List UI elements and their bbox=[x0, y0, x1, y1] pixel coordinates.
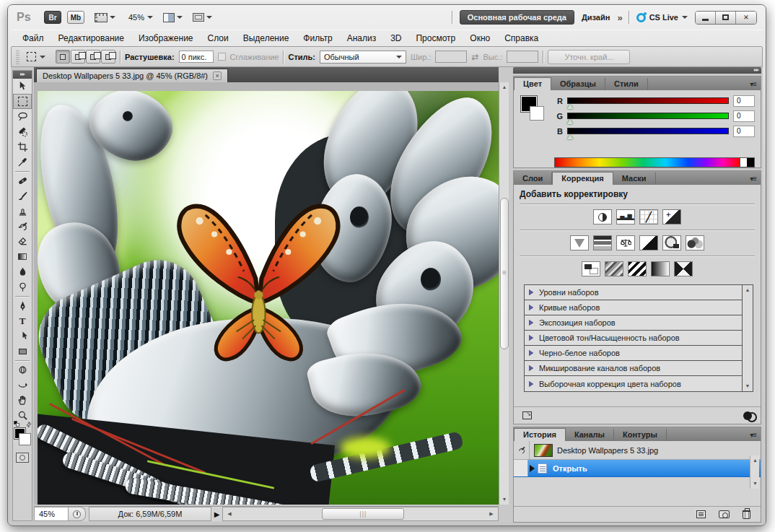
scroll-right-icon[interactable]: ▶ bbox=[486, 509, 496, 519]
close-document-icon[interactable]: × bbox=[213, 71, 222, 80]
rectangular-marquee-tool[interactable] bbox=[13, 94, 32, 109]
tab-adjustments[interactable]: Коррекция bbox=[552, 172, 613, 185]
menu-view[interactable]: Просмотр bbox=[408, 30, 463, 46]
menu-layers[interactable]: Слои bbox=[201, 30, 236, 46]
brush-tool[interactable] bbox=[13, 188, 32, 204]
color-spectrum-bar[interactable] bbox=[554, 157, 755, 167]
black-white-icon[interactable] bbox=[639, 235, 658, 250]
workspace-overflow-chevrons[interactable]: » bbox=[617, 12, 621, 23]
tab-paths[interactable]: Контуры bbox=[614, 429, 667, 441]
hand-tool[interactable] bbox=[13, 393, 32, 408]
history-state-row-open[interactable]: Открыть bbox=[514, 460, 761, 477]
subtract-from-selection-button[interactable] bbox=[86, 50, 100, 64]
presets-scrollbar[interactable]: ▲ ▼ bbox=[743, 284, 753, 392]
preset-exposure[interactable]: Экспозиция наборов bbox=[525, 315, 742, 331]
invert-icon[interactable] bbox=[582, 261, 600, 276]
document-tab[interactable]: Desktop Wallpapers 5 33.jpg @ 45% (RGB/8… bbox=[36, 69, 228, 82]
dodge-tool[interactable] bbox=[13, 279, 32, 295]
history-snapshot-row[interactable]: Desktop Wallpapers 5 33.jpg bbox=[514, 441, 761, 460]
panel-menu-icon[interactable]: ▾≡ bbox=[745, 78, 761, 90]
menu-analysis[interactable]: Анализ bbox=[340, 30, 384, 46]
brightness-contrast-icon[interactable] bbox=[593, 209, 612, 224]
scroll-down-icon[interactable]: ▼ bbox=[750, 479, 760, 489]
scroll-up-icon[interactable]: ▲ bbox=[750, 455, 760, 466]
preset-hue-saturation[interactable]: Цветовой тон/Насыщенность наборов bbox=[525, 331, 742, 346]
preset-channel-mixer[interactable]: Микширование каналов наборов bbox=[525, 361, 742, 376]
green-slider-handle[interactable] bbox=[567, 119, 573, 124]
zoom-level-dropdown[interactable]: 45% bbox=[128, 13, 153, 22]
selective-color-icon[interactable] bbox=[674, 261, 693, 276]
preset-levels[interactable]: Уровни наборов bbox=[525, 285, 742, 300]
style-select[interactable]: Обычный bbox=[320, 51, 406, 64]
blue-slider[interactable] bbox=[567, 128, 729, 134]
blur-tool[interactable] bbox=[13, 264, 32, 279]
collapse-dock-icon[interactable]: ▸▸ bbox=[513, 67, 761, 74]
tool-preset-picker[interactable] bbox=[24, 51, 48, 63]
menu-3d[interactable]: 3D bbox=[383, 30, 408, 46]
history-scrollbar[interactable]: ▲ ▼ bbox=[750, 455, 759, 489]
minimize-button[interactable] bbox=[696, 12, 716, 24]
expand-icon[interactable] bbox=[529, 305, 533, 310]
height-input[interactable] bbox=[507, 51, 538, 63]
history-state-slider-cell[interactable] bbox=[514, 460, 528, 476]
lasso-tool[interactable] bbox=[13, 109, 32, 124]
workspace-button-design[interactable]: Дизайн bbox=[582, 13, 610, 22]
eyedropper-tool[interactable] bbox=[13, 154, 32, 170]
launch-mini-bridge-button[interactable]: Mb bbox=[67, 11, 84, 24]
preset-curves[interactable]: Кривые наборов bbox=[525, 300, 742, 315]
crop-tool[interactable] bbox=[13, 139, 32, 154]
timing-button[interactable] bbox=[69, 507, 86, 521]
channel-mixer-icon[interactable] bbox=[686, 235, 704, 250]
color-balance-icon[interactable] bbox=[616, 235, 635, 250]
swap-colors-icon[interactable]: ⇄ bbox=[25, 420, 33, 429]
vertical-scroll-thumb[interactable] bbox=[500, 198, 509, 349]
scroll-down-icon[interactable]: ▼ bbox=[743, 381, 753, 391]
panel-menu-icon[interactable]: ▾≡ bbox=[745, 429, 761, 441]
red-slider-handle[interactable] bbox=[567, 104, 573, 109]
posterize-icon[interactable] bbox=[605, 261, 623, 276]
preset-selective-color[interactable]: Выборочная коррекция цвета наборов bbox=[525, 376, 742, 391]
tab-color[interactable]: Цвет bbox=[514, 77, 551, 90]
launch-bridge-button[interactable]: Br bbox=[44, 11, 61, 24]
scroll-down-icon[interactable]: ▼ bbox=[499, 494, 509, 505]
collapse-tools-panel-icon[interactable]: ▸▸ bbox=[13, 71, 32, 79]
close-button[interactable]: × bbox=[736, 12, 756, 24]
add-to-selection-button[interactable] bbox=[71, 50, 85, 64]
menu-edit[interactable]: Редактирование bbox=[51, 30, 131, 46]
cs-live-dropdown[interactable]: CS Live bbox=[636, 13, 688, 22]
photo-filter-icon[interactable] bbox=[662, 235, 681, 250]
width-input[interactable] bbox=[435, 51, 467, 63]
green-slider[interactable] bbox=[567, 113, 729, 119]
expand-icon[interactable] bbox=[529, 320, 533, 326]
spot-healing-brush-tool[interactable] bbox=[13, 173, 32, 188]
3d-orbit-tool[interactable] bbox=[13, 378, 32, 393]
vibrance-icon[interactable] bbox=[570, 235, 589, 250]
expand-icon[interactable] bbox=[529, 350, 533, 356]
menu-image[interactable]: Изображение bbox=[131, 30, 201, 46]
canvas-viewport[interactable] bbox=[34, 82, 499, 505]
clone-stamp-tool[interactable] bbox=[13, 204, 32, 219]
red-slider[interactable] bbox=[567, 97, 729, 104]
quick-selection-tool[interactable] bbox=[13, 124, 32, 139]
eraser-tool[interactable] bbox=[13, 234, 32, 249]
document-size-info[interactable]: Док: 6,59М/6,59М bbox=[89, 507, 211, 521]
type-tool[interactable]: T bbox=[13, 313, 32, 328]
path-selection-tool[interactable] bbox=[13, 328, 32, 344]
pen-tool[interactable] bbox=[13, 298, 32, 313]
red-value-input[interactable]: 0 bbox=[733, 95, 755, 107]
spectrum-gradient[interactable] bbox=[555, 158, 740, 167]
intersect-selection-button[interactable] bbox=[101, 50, 115, 64]
expand-icon[interactable] bbox=[529, 381, 533, 387]
expanded-view-icon[interactable] bbox=[522, 411, 532, 419]
maximize-button[interactable] bbox=[716, 12, 736, 24]
new-selection-button[interactable] bbox=[56, 50, 70, 64]
view-extras-dropdown[interactable] bbox=[95, 13, 115, 22]
arrange-documents-dropdown[interactable] bbox=[163, 13, 183, 22]
black-chip[interactable] bbox=[747, 158, 754, 167]
refine-edge-button[interactable]: Уточн. край... bbox=[548, 50, 630, 64]
tab-styles[interactable]: Стили bbox=[605, 78, 648, 90]
menu-filter[interactable]: Фильтр bbox=[296, 30, 339, 46]
background-color-swatch[interactable] bbox=[19, 434, 30, 445]
scroll-left-icon[interactable]: ◀ bbox=[224, 509, 235, 519]
tab-history[interactable]: История bbox=[514, 428, 566, 441]
